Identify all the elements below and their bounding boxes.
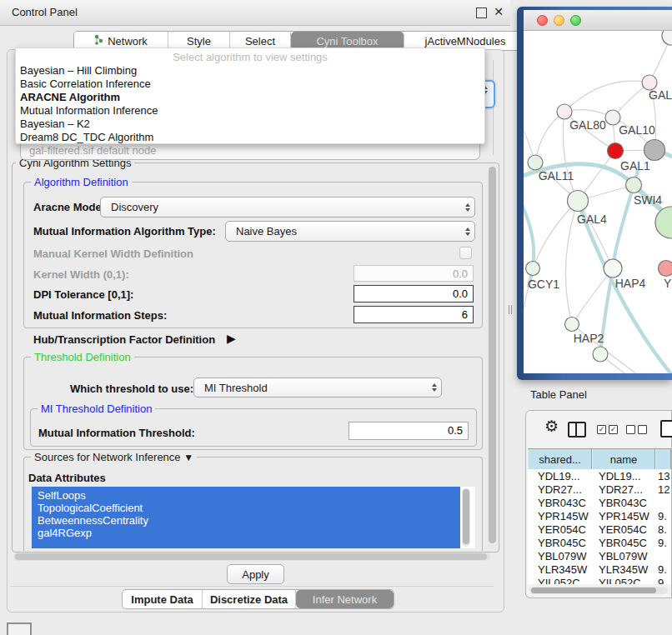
table-hscrollbar[interactable] (529, 587, 668, 594)
bottomtab-impute-data[interactable]: Impute Data (123, 590, 203, 608)
aracne-mode-combo[interactable]: Discovery (100, 197, 475, 218)
attribute-item[interactable]: BetweennessCentrality (32, 514, 475, 527)
attribute-item[interactable]: gal4RGexp (32, 527, 475, 539)
tab-label: Cyni Toolbox (316, 35, 378, 48)
file-icon[interactable] (660, 420, 672, 438)
table-cell: YER054C (592, 523, 655, 536)
tab-label: Network (108, 35, 148, 48)
algorithm-option[interactable]: Mutual Information Inference (16, 104, 484, 118)
hub-section-label: Hub/Transcription Factor Definition (33, 333, 215, 346)
traffic-light-minimize-icon[interactable] (554, 15, 564, 26)
network-window[interactable]: GALGAL80GAL10GAL1GAL11SWI4GAL4GCY1HAP4YH… (517, 7, 672, 380)
network-node[interactable] (608, 143, 624, 159)
attribute-item[interactable]: SelfLoops (32, 489, 475, 502)
attributes-vscrollbar[interactable] (462, 488, 470, 547)
network-node[interactable] (659, 261, 672, 277)
node-label: GAL (649, 88, 672, 102)
aracne-mode-label: Aracne Mode: (33, 201, 105, 213)
network-node[interactable] (557, 104, 572, 119)
tab-label: Select (245, 35, 275, 48)
kernel-width-label: Kernel Width (0,1): (33, 268, 129, 281)
table-row[interactable]: YBR043CYBR043C (528, 496, 671, 509)
table-row[interactable]: YBL079WYBL079W (528, 549, 671, 562)
dpi-tolerance-label: DPI Tolerance [0,1]: (33, 288, 133, 301)
algorithm-option[interactable]: Dream8 DC_TDC Algorithm (16, 131, 484, 144)
attributes-list: SelfLoopsTopologicalCoefficientBetweenne… (32, 487, 475, 548)
manual-kernel-checkbox[interactable] (459, 247, 472, 259)
network-node[interactable] (644, 140, 665, 161)
table-row[interactable]: YER054CYER054C8. (528, 522, 671, 536)
algorithm-option[interactable]: ARACNE Algorithm (16, 91, 484, 104)
table-cell: 9. (655, 537, 671, 549)
minimized-panel-icon[interactable] (7, 622, 32, 635)
table-cell: YER054C (528, 523, 592, 536)
network-node[interactable] (662, 31, 672, 45)
table-panel: ⚙ ✓✓ shared... name YDL19...YDL19...13YD… (525, 410, 672, 598)
traffic-light-zoom-icon[interactable] (570, 15, 581, 26)
split-column-icon[interactable] (568, 422, 586, 438)
kernel-width-field[interactable]: 0.0 (354, 265, 474, 282)
header-cell-shared[interactable]: shared... (528, 449, 592, 469)
mi-steps-label: Mutual Information Steps: (33, 309, 167, 322)
network-node[interactable] (604, 259, 622, 278)
node-label: GCY1 (528, 278, 559, 291)
network-canvas[interactable]: GALGAL80GAL10GAL1GAL11SWI4GAL4GCY1HAP4YH… (524, 31, 672, 373)
table-header: shared... name (528, 448, 671, 470)
algorithm-option[interactable]: Bayesian – Hill Climbing (16, 64, 484, 78)
which-threshold-combo[interactable]: MI Threshold (193, 378, 442, 398)
bottomtab-discretize-data[interactable]: Discretize Data (203, 590, 296, 608)
deselect-all-icon[interactable] (626, 425, 649, 434)
network-node[interactable] (593, 347, 608, 362)
network-graph: GALGAL80GAL10GAL1GAL11SWI4GAL4GCY1HAP4YH… (524, 31, 672, 373)
table-cell: YBL079W (592, 550, 655, 562)
traffic-light-close-icon[interactable] (537, 15, 548, 26)
network-node[interactable] (528, 155, 543, 170)
node-label: GAL10 (619, 123, 655, 137)
header-cell-name[interactable]: name (592, 449, 655, 469)
mi-type-value: Naive Bayes (226, 225, 461, 238)
float-panel-icon[interactable] (476, 8, 487, 18)
mi-steps-field[interactable]: 6 (354, 306, 474, 323)
caret-down-icon[interactable]: ▼ (183, 452, 193, 463)
gear-icon[interactable]: ⚙ (544, 418, 559, 434)
tab-label: jActiveMNodules (425, 35, 506, 48)
mi-type-label: Mutual Information Algorithm Type: (33, 225, 216, 238)
dpi-tolerance-field[interactable]: 0.0 (354, 285, 474, 302)
network-node[interactable] (526, 262, 540, 276)
mi-threshold-field[interactable]: 0.5 (349, 422, 469, 440)
settings-vscrollbar[interactable] (488, 165, 497, 548)
table-row[interactable]: YDL19...YDL19...13 (528, 469, 671, 482)
table-row[interactable]: YBR045CYBR045C9. (528, 536, 671, 549)
apply-button[interactable]: Apply (227, 564, 284, 584)
sources-group-title: Sources for Network Inference ▼ (31, 451, 197, 463)
close-icon[interactable]: ✕ (494, 5, 504, 18)
algorithm-option[interactable]: Bayesian – K2 (16, 118, 484, 131)
network-node[interactable] (565, 318, 579, 332)
node-label: GAL80 (569, 118, 606, 132)
table-row[interactable]: YDR27...YDR27...12 (528, 482, 671, 496)
table-cell: YLR345W (592, 563, 655, 576)
panel-divider-grip[interactable] (509, 305, 514, 314)
bottom-tabstrip: Impute Data Discretize Data Infer Networ… (122, 589, 394, 609)
mi-type-combo[interactable]: Naive Bayes (225, 221, 475, 242)
stepper-icon (428, 383, 441, 392)
table-panel-title: Table Panel (530, 388, 587, 401)
table-cell: 13 (655, 470, 671, 482)
algorithm-option[interactable]: Basic Correlation Inference (16, 78, 484, 91)
attribute-item[interactable]: TopologicalCoefficient (32, 502, 475, 514)
algorithm-options-list: Bayesian – Hill ClimbingBasic Correlatio… (16, 64, 484, 144)
bottomtab-infer-network[interactable]: Infer Network (296, 590, 394, 608)
table-row[interactable]: YIL052CYIL052C9. (528, 576, 671, 584)
table-cell: YBR043C (528, 497, 592, 509)
table-row[interactable]: YPR145WYPR145W9. (528, 509, 671, 522)
select-all-icon[interactable]: ✓✓ (597, 425, 620, 434)
header-cell-extra[interactable] (655, 449, 671, 469)
chevron-right-icon[interactable]: ▶ (227, 332, 236, 345)
settings-hscrollbar[interactable] (13, 552, 490, 561)
aracne-mode-value: Discovery (101, 201, 461, 213)
network-node[interactable] (655, 207, 672, 238)
node-label: HAP2 (574, 332, 604, 345)
network-node[interactable] (568, 191, 589, 212)
network-node[interactable] (626, 178, 642, 193)
table-row[interactable]: YLR345WYLR345W9. (528, 562, 671, 576)
